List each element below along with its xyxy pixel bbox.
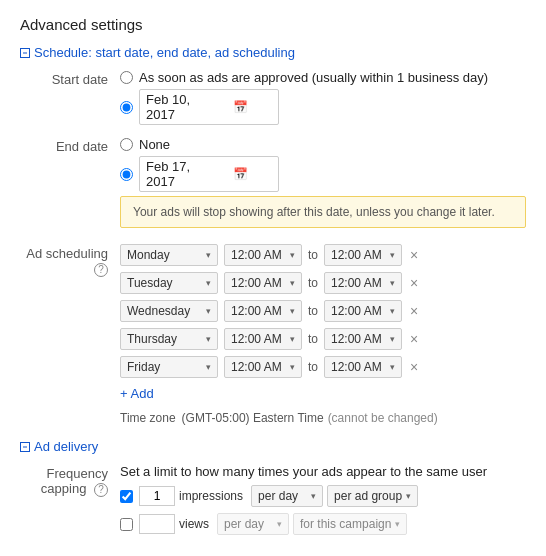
sched-end-label-2: 12:00 AM — [331, 304, 382, 318]
sched-end-label-1: 12:00 AM — [331, 276, 382, 290]
end-date-warning: Your ads will stop showing after this da… — [120, 196, 526, 228]
sched-day-dropdown-4[interactable]: Friday ▾ — [120, 356, 218, 378]
sched-to-text-3: to — [308, 332, 318, 346]
ad-delivery-collapse-icon[interactable] — [20, 442, 30, 452]
sched-start-label-4: 12:00 AM — [231, 360, 282, 374]
sched-line-3: Thursday ▾ 12:00 AM ▾ to 12:00 AM ▾ × — [120, 328, 526, 350]
frequency-capping-content: Set a limit to how many times your ads a… — [120, 464, 526, 541]
sched-start-dropdown-4[interactable]: 12:00 AM ▾ — [224, 356, 302, 378]
timezone-note: (cannot be changed) — [328, 411, 438, 425]
sched-day-arrow-0: ▾ — [206, 250, 211, 260]
sched-end-arrow-4: ▾ — [390, 362, 395, 372]
sched-day-dropdown-0[interactable]: Monday ▾ — [120, 244, 218, 266]
sched-line-2: Wednesday ▾ 12:00 AM ▾ to 12:00 AM ▾ × — [120, 300, 526, 322]
sched-remove-2[interactable]: × — [410, 304, 418, 318]
freq-row1-checkbox[interactable] — [120, 490, 133, 503]
sched-day-arrow-3: ▾ — [206, 334, 211, 344]
frequency-capping-label: Frequency capping ? — [20, 464, 120, 497]
end-date-none-radio[interactable] — [120, 138, 133, 151]
start-date-calendar-icon[interactable]: 📅 — [209, 100, 272, 114]
ad-scheduling-content: Monday ▾ 12:00 AM ▾ to 12:00 AM ▾ × Tues… — [120, 244, 526, 425]
sched-end-arrow-3: ▾ — [390, 334, 395, 344]
end-date-content: None Feb 17, 2017 📅 Your ads will stop s… — [120, 137, 526, 236]
sched-start-arrow-1: ▾ — [290, 278, 295, 288]
freq-row2-period-label: per day — [224, 517, 264, 531]
start-date-row: Start date As soon as ads are approved (… — [20, 70, 526, 129]
sched-start-dropdown-3[interactable]: 12:00 AM ▾ — [224, 328, 302, 350]
freq-row2-checkbox[interactable] — [120, 518, 133, 531]
sched-day-arrow-1: ▾ — [206, 278, 211, 288]
sched-end-dropdown-2[interactable]: 12:00 AM ▾ — [324, 300, 402, 322]
sched-start-dropdown-1[interactable]: 12:00 AM ▾ — [224, 272, 302, 294]
freq-row2-period-dropdown[interactable]: per day ▾ — [217, 513, 289, 535]
end-date-value: Feb 17, 2017 — [146, 159, 209, 189]
sched-start-dropdown-2[interactable]: 12:00 AM ▾ — [224, 300, 302, 322]
ad-scheduling-help-icon[interactable]: ? — [94, 263, 108, 277]
sched-line-1: Tuesday ▾ 12:00 AM ▾ to 12:00 AM ▾ × — [120, 272, 526, 294]
sched-start-arrow-0: ▾ — [290, 250, 295, 260]
sched-day-dropdown-3[interactable]: Thursday ▾ — [120, 328, 218, 350]
sched-end-arrow-2: ▾ — [390, 306, 395, 316]
freq-row1-scope-arrow: ▾ — [406, 491, 411, 501]
start-date-custom-radio[interactable] — [120, 101, 133, 114]
freq-row2-scope-arrow: ▾ — [395, 519, 400, 529]
sched-start-label-3: 12:00 AM — [231, 332, 282, 346]
sched-day-label-3: Thursday — [127, 332, 177, 346]
freq-row1-scope-dropdown[interactable]: per ad group ▾ — [327, 485, 418, 507]
frequency-capping-row: Frequency capping ? Set a limit to how m… — [20, 464, 526, 541]
frequency-row-1: impressions per day ▾ per ad group ▾ — [120, 485, 526, 507]
timezone-label: Time zone — [120, 411, 176, 425]
sched-end-arrow-0: ▾ — [390, 250, 395, 260]
timezone-row: Time zone (GMT-05:00) Eastern Time (cann… — [120, 411, 526, 425]
schedule-toggle[interactable]: Schedule: start date, end date, ad sched… — [34, 45, 295, 60]
sched-start-dropdown-0[interactable]: 12:00 AM ▾ — [224, 244, 302, 266]
schedule-collapse-icon[interactable] — [20, 48, 30, 58]
end-date-field[interactable]: Feb 17, 2017 📅 — [139, 156, 279, 192]
sched-day-dropdown-1[interactable]: Tuesday ▾ — [120, 272, 218, 294]
sched-remove-0[interactable]: × — [410, 248, 418, 262]
sched-day-dropdown-2[interactable]: Wednesday ▾ — [120, 300, 218, 322]
schedule-section: Schedule: start date, end date, ad sched… — [20, 45, 526, 425]
sched-end-dropdown-4[interactable]: 12:00 AM ▾ — [324, 356, 402, 378]
sched-day-label-2: Wednesday — [127, 304, 190, 318]
end-date-custom-radio[interactable] — [120, 168, 133, 181]
freq-row1-number[interactable] — [139, 486, 175, 506]
freq-row1-scope-label: per ad group — [334, 489, 402, 503]
sched-end-dropdown-3[interactable]: 12:00 AM ▾ — [324, 328, 402, 350]
timezone-value: (GMT-05:00) Eastern Time — [182, 411, 324, 425]
sched-end-label-0: 12:00 AM — [331, 248, 382, 262]
freq-row2-scope-dropdown[interactable]: for this campaign ▾ — [293, 513, 407, 535]
sched-start-arrow-2: ▾ — [290, 306, 295, 316]
sched-end-dropdown-1[interactable]: 12:00 AM ▾ — [324, 272, 402, 294]
sched-end-label-4: 12:00 AM — [331, 360, 382, 374]
end-date-calendar-icon[interactable]: 📅 — [209, 167, 272, 181]
start-date-field[interactable]: Feb 10, 2017 📅 — [139, 89, 279, 125]
end-date-row: End date None Feb 17, 2017 📅 Your ads wi… — [20, 137, 526, 236]
sched-remove-1[interactable]: × — [410, 276, 418, 290]
start-date-value: Feb 10, 2017 — [146, 92, 209, 122]
sched-remove-3[interactable]: × — [410, 332, 418, 346]
start-date-content: As soon as ads are approved (usually wit… — [120, 70, 526, 129]
sched-to-text-1: to — [308, 276, 318, 290]
sched-end-label-3: 12:00 AM — [331, 332, 382, 346]
freq-row1-period-dropdown[interactable]: per day ▾ — [251, 485, 323, 507]
start-date-label: Start date — [20, 70, 120, 87]
sched-end-dropdown-0[interactable]: 12:00 AM ▾ — [324, 244, 402, 266]
ad-scheduling-label: Ad scheduling — [26, 246, 108, 261]
start-date-asap-radio[interactable] — [120, 71, 133, 84]
sched-remove-4[interactable]: × — [410, 360, 418, 374]
sched-to-text-4: to — [308, 360, 318, 374]
sched-line-0: Monday ▾ 12:00 AM ▾ to 12:00 AM ▾ × — [120, 244, 526, 266]
sched-start-label-2: 12:00 AM — [231, 304, 282, 318]
scheduling-rows: Monday ▾ 12:00 AM ▾ to 12:00 AM ▾ × Tues… — [120, 244, 526, 378]
sched-day-arrow-4: ▾ — [206, 362, 211, 372]
ad-scheduling-label-col: Ad scheduling ? — [20, 244, 120, 277]
sched-start-arrow-4: ▾ — [290, 362, 295, 372]
sched-start-label-0: 12:00 AM — [231, 248, 282, 262]
ad-delivery-toggle[interactable]: Ad delivery — [34, 439, 98, 454]
add-scheduling-link[interactable]: + Add — [120, 386, 154, 401]
frequency-capping-help-icon[interactable]: ? — [94, 483, 108, 497]
freq-row2-scope-label: for this campaign — [300, 517, 391, 531]
freq-row2-number[interactable] — [139, 514, 175, 534]
sched-end-arrow-1: ▾ — [390, 278, 395, 288]
